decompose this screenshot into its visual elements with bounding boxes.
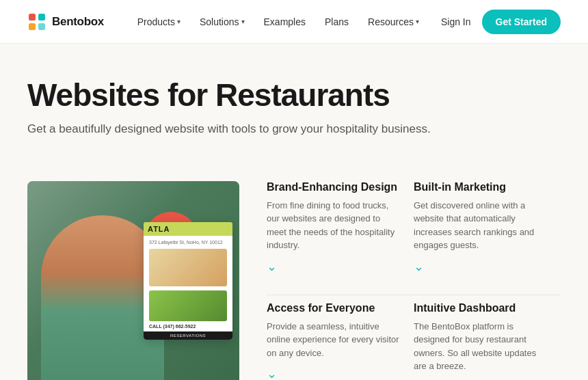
hero-subtitle: Get a beautifully designed website with … — [27, 122, 561, 136]
svg-rect-0 — [29, 14, 36, 21]
hero-image: ATLA 372 Lafayette St, NoHo, NY 10012 CA… — [27, 181, 239, 380]
feature-3-chevron-icon[interactable]: ⌄ — [267, 366, 400, 380]
feature-2-title: Built-in Marketing — [414, 181, 547, 193]
feature-1-chevron-icon[interactable]: ⌄ — [267, 259, 400, 274]
sign-in-button[interactable]: Sign In — [441, 16, 471, 27]
feature-4-desc: The BentoBox platform is designed for bu… — [414, 320, 547, 373]
chevron-down-icon: ▾ — [241, 18, 245, 25]
nav-item-solutions[interactable]: Solutions ▾ — [200, 16, 245, 27]
restaurant-card: ATLA 372 Lafayette St, NoHo, NY 10012 CA… — [144, 222, 232, 340]
feature-1-desc: From fine dining to food trucks, our web… — [267, 199, 400, 252]
main-content: ATLA 372 Lafayette St, NoHo, NY 10012 CA… — [0, 181, 588, 380]
feature-access: Access for Everyone Provide a seamless, … — [267, 302, 414, 380]
feature-brand-design: Brand-Enhancing Design From fine dining … — [267, 181, 414, 288]
restaurant-card-food-image — [149, 290, 227, 321]
restaurant-card-reservations: RESERVATIONS — [144, 331, 232, 340]
nav-item-resources[interactable]: Resources ▾ — [368, 16, 419, 27]
chevron-down-icon: ▾ — [177, 18, 181, 25]
restaurant-card-name: ATLA — [144, 222, 232, 236]
svg-rect-1 — [38, 14, 45, 21]
feature-1-title: Brand-Enhancing Design — [267, 181, 400, 193]
nav-item-plans[interactable]: Plans — [325, 16, 349, 27]
navigation: Bentobox Products ▾ Solutions ▾ Examples… — [0, 0, 588, 44]
features-area: Brand-Enhancing Design From fine dining … — [267, 181, 561, 380]
nav-actions: Sign In Get Started — [441, 10, 561, 34]
svg-rect-3 — [38, 23, 45, 30]
feature-3-desc: Provide a seamless, intuitive online exp… — [267, 320, 400, 360]
feature-divider — [267, 295, 561, 295]
restaurant-card-phone: CALL (347) 662-5922 — [149, 324, 227, 329]
logo[interactable]: Bentobox — [27, 12, 104, 31]
logo-text: Bentobox — [52, 15, 104, 29]
nav-links: Products ▾ Solutions ▾ Examples Plans Re… — [137, 16, 419, 27]
get-started-button[interactable]: Get Started — [482, 10, 561, 34]
chevron-down-icon: ▾ — [416, 18, 419, 25]
nav-item-products[interactable]: Products ▾ — [137, 16, 181, 27]
feature-4-title: Intuitive Dashboard — [414, 302, 547, 314]
feature-3-title: Access for Everyone — [267, 302, 400, 314]
restaurant-card-address: 372 Lafayette St, NoHo, NY 10012 — [149, 240, 227, 245]
feature-marketing: Built-in Marketing Get discovered online… — [414, 181, 561, 288]
restaurant-card-image — [149, 249, 227, 286]
feature-2-chevron-icon[interactable]: ⌄ — [414, 259, 547, 274]
svg-rect-2 — [29, 23, 36, 30]
hero-section: Websites for Restaurants Get a beautiful… — [0, 44, 588, 181]
nav-item-examples[interactable]: Examples — [264, 16, 306, 27]
page-title: Websites for Restaurants — [27, 78, 561, 113]
feature-2-desc: Get discovered online with a website tha… — [414, 199, 547, 252]
logo-icon — [27, 12, 46, 31]
feature-dashboard: Intuitive Dashboard The BentoBox platfor… — [414, 302, 561, 380]
features-grid: Brand-Enhancing Design From fine dining … — [267, 181, 561, 380]
